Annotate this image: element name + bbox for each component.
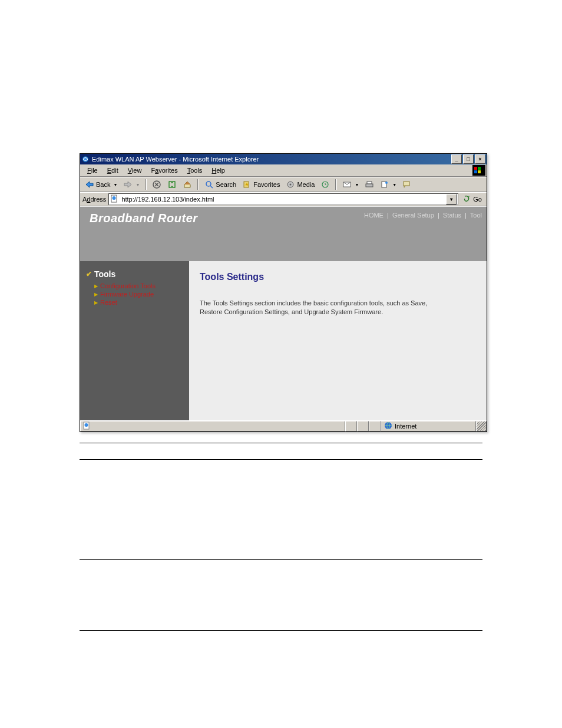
svg-line-11	[210, 186, 213, 188]
discuss-button[interactable]	[400, 179, 414, 190]
sidebar-item-label: Reset	[100, 299, 117, 306]
brand-title: Broadband Router	[90, 212, 198, 225]
edit-icon	[380, 180, 389, 189]
document-rule	[80, 630, 482, 631]
page-heading: Tools Settings	[200, 272, 476, 282]
maximize-button[interactable]: □	[463, 154, 474, 164]
discuss-icon	[402, 180, 412, 189]
chevron-down-icon: ▼	[392, 183, 396, 187]
internet-zone-icon	[384, 421, 392, 431]
page-icon	[110, 195, 118, 204]
svg-rect-3	[478, 167, 481, 170]
nav-status[interactable]: Status	[443, 212, 461, 219]
stop-button[interactable]	[150, 179, 164, 190]
svg-rect-18	[366, 184, 373, 187]
address-input[interactable]	[120, 195, 444, 203]
go-label: Go	[473, 196, 482, 203]
toolbar-separator	[197, 179, 199, 190]
go-button[interactable]: Go	[461, 195, 484, 204]
page-content: Broadband Router HOME | General Setup | …	[80, 206, 487, 420]
nav-tool[interactable]: Tool	[470, 212, 482, 219]
media-button[interactable]: Media	[283, 179, 317, 190]
svg-rect-4	[474, 170, 477, 173]
search-label: Search	[216, 181, 236, 188]
chevron-down-icon: ▼	[355, 183, 359, 187]
svg-rect-21	[404, 182, 409, 186]
home-icon	[183, 180, 192, 189]
status-left	[80, 421, 345, 431]
close-button[interactable]: ×	[475, 154, 485, 164]
forward-button[interactable]: ▼	[121, 179, 142, 190]
home-button[interactable]	[180, 179, 194, 190]
toolbar-separator	[335, 179, 337, 190]
favorites-label: Favorites	[253, 181, 280, 188]
print-icon	[365, 180, 374, 189]
chevron-down-icon: ▼	[135, 183, 140, 187]
media-icon	[286, 180, 295, 189]
status-zone: Internet	[381, 421, 476, 431]
back-button[interactable]: Back ▼	[82, 179, 120, 190]
stop-icon	[152, 180, 161, 189]
history-button[interactable]	[318, 179, 332, 190]
media-label: Media	[297, 181, 315, 188]
throbber-icon	[472, 165, 485, 176]
menu-help[interactable]: Help	[207, 166, 230, 175]
menu-favorites[interactable]: Favorites	[146, 166, 182, 175]
mail-button[interactable]: ▼	[340, 179, 361, 190]
address-dropdown[interactable]: ▼	[446, 194, 457, 205]
status-bar: Internet	[80, 420, 487, 431]
status-cell	[345, 421, 357, 431]
triangle-icon: ▶	[94, 292, 98, 297]
browser-window: Edimax WLAN AP Webserver - Microsoft Int…	[80, 153, 487, 432]
check-icon: ✔	[86, 270, 92, 278]
menu-file[interactable]: File	[82, 166, 103, 175]
forward-icon	[123, 180, 133, 189]
nav-home[interactable]: HOME	[364, 212, 384, 219]
page-done-icon	[82, 421, 91, 431]
sidebar-item-configuration-tools[interactable]: ▶ Configuration Tools	[94, 282, 183, 289]
top-nav: HOME | General Setup | Status | Tool	[364, 212, 482, 219]
triangle-icon: ▶	[94, 300, 98, 305]
print-button[interactable]	[362, 179, 376, 190]
svg-point-23	[113, 196, 116, 200]
ie-icon	[81, 155, 90, 163]
search-button[interactable]: Search	[202, 179, 239, 190]
main-pane: Tools Settings The Tools Settings sectio…	[189, 261, 487, 420]
nav-general-setup[interactable]: General Setup	[392, 212, 434, 219]
svg-rect-17	[367, 182, 372, 184]
address-box[interactable]: ▼	[108, 193, 458, 205]
svg-rect-2	[474, 167, 477, 170]
menu-tools[interactable]: Tools	[183, 166, 207, 175]
triangle-icon: ▶	[94, 284, 98, 289]
window-title: Edimax WLAN AP Webserver - Microsoft Int…	[92, 156, 450, 163]
menu-bar: File Edit View Favorites Tools Help	[80, 164, 487, 177]
edit-button[interactable]: ▼	[378, 179, 399, 190]
history-icon	[320, 180, 330, 189]
svg-point-20	[385, 182, 388, 184]
favorites-button[interactable]: Favorites	[240, 179, 282, 190]
sidebar-item-label: Firmware Upgrade	[100, 291, 154, 298]
go-icon	[463, 195, 471, 204]
refresh-button[interactable]	[165, 179, 179, 190]
sidebar-item-reset[interactable]: ▶ Reset	[94, 299, 183, 306]
router-header: Broadband Router HOME | General Setup | …	[80, 207, 487, 261]
minimize-button[interactable]: _	[451, 154, 462, 164]
toolbar: Back ▼ ▼	[80, 177, 487, 192]
page-body-text: The Tools Settings section includes the …	[200, 299, 447, 317]
status-zone-label: Internet	[395, 423, 416, 430]
resize-grip[interactable]	[476, 421, 487, 431]
search-icon	[204, 180, 214, 189]
menu-edit[interactable]: Edit	[103, 166, 123, 175]
back-label: Back	[96, 181, 110, 188]
mail-icon	[342, 180, 352, 189]
sidebar: ✔ Tools ▶ Configuration Tools ▶ Firmware…	[80, 261, 189, 420]
address-bar: Address ▼ Go	[80, 192, 487, 206]
sidebar-item-firmware-upgrade[interactable]: ▶ Firmware Upgrade	[94, 291, 183, 298]
status-cell	[369, 421, 381, 431]
back-icon	[85, 180, 94, 189]
favorites-icon	[242, 180, 252, 189]
svg-rect-5	[478, 170, 481, 173]
menu-view[interactable]: View	[123, 166, 147, 175]
title-bar: Edimax WLAN AP Webserver - Microsoft Int…	[80, 154, 487, 164]
svg-point-10	[206, 182, 211, 186]
